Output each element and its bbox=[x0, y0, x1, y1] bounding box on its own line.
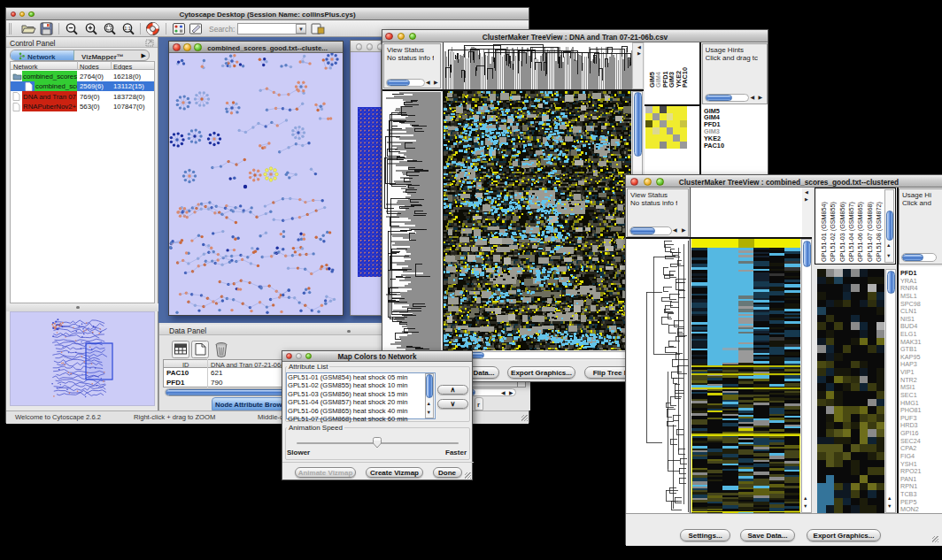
svg-text:1:1: 1:1 bbox=[124, 26, 131, 31]
